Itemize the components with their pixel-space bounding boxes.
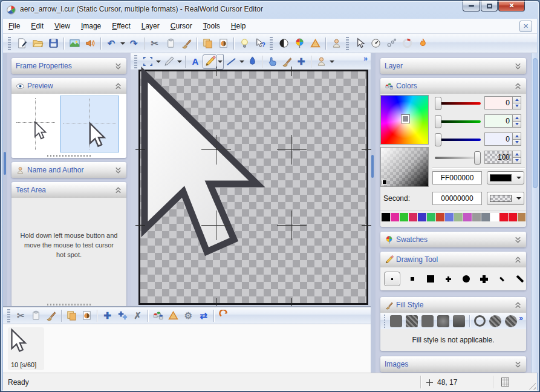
color-wheel-button[interactable] [291, 36, 307, 51]
brush-tip-circ[interactable] [460, 273, 472, 285]
brush-tip-plus-l[interactable] [478, 273, 490, 285]
menu-effect[interactable]: Effect [106, 22, 135, 30]
pencil-dropdown-button[interactable] [217, 54, 224, 70]
color-marker[interactable] [402, 115, 409, 123]
pencil-tool-button[interactable] [203, 54, 217, 69]
picker-pen-dropdown-button[interactable] [176, 54, 183, 70]
layer-header[interactable]: Layer [380, 58, 526, 74]
hotspot-tool-button[interactable]: ✚ [294, 54, 308, 69]
preview-header[interactable]: Preview [11, 78, 126, 94]
red-up-button[interactable] [512, 96, 521, 103]
chevron-up-icon[interactable] [514, 82, 522, 90]
luminance-marker[interactable] [382, 180, 387, 185]
close-button[interactable]: ✕ [498, 1, 525, 11]
resize-grip[interactable] [47, 304, 91, 305]
menu-help[interactable]: Help [226, 22, 252, 30]
flame-effect-button[interactable] [415, 36, 431, 51]
chevron-up-icon[interactable] [114, 82, 122, 90]
document-close-button[interactable]: ✕ [519, 21, 532, 32]
right-splitter[interactable] [371, 53, 376, 373]
menu-image[interactable]: Image [76, 22, 106, 30]
red-slider[interactable] [435, 96, 481, 111]
alpha-down-button[interactable] [512, 158, 521, 165]
chevron-up-icon[interactable] [114, 186, 122, 194]
smudge-tool-button[interactable] [265, 54, 279, 69]
images-header[interactable]: Images [380, 356, 526, 372]
paste-button[interactable] [163, 36, 178, 51]
primary-color-hex-input[interactable] [432, 171, 482, 185]
picker-pen-tool-button[interactable] [161, 54, 176, 69]
brush-tip-sq-s[interactable] [406, 273, 418, 285]
red-value-input[interactable] [484, 96, 512, 109]
select-rect-tool-button[interactable] [140, 54, 155, 69]
color-swatch[interactable] [427, 213, 435, 221]
fill-style-circ-hatch-button[interactable] [505, 315, 517, 327]
color-swatch[interactable] [454, 213, 463, 221]
alpha-up-button[interactable] [512, 151, 521, 158]
color-swatch[interactable] [490, 213, 499, 221]
brush-tool-button[interactable] [279, 54, 294, 69]
grid-view-icon[interactable] [500, 376, 510, 388]
color-swatch[interactable] [445, 213, 454, 221]
brush-frame-button[interactable] [44, 308, 59, 323]
color-swatch[interactable] [472, 213, 481, 221]
undo-dropdown-button[interactable] [119, 36, 126, 51]
green-value-input[interactable] [484, 114, 512, 128]
text-tool-button[interactable]: A [188, 54, 203, 69]
select-rect-dropdown-button[interactable] [155, 54, 161, 70]
chevron-down-icon[interactable] [514, 361, 522, 368]
person-tool-button[interactable] [314, 54, 328, 69]
brush-tip-sq-l[interactable] [425, 273, 437, 285]
frame-properties-header[interactable]: Frame Properties [11, 58, 126, 74]
color-swatch[interactable] [436, 213, 444, 221]
color-swatch[interactable] [509, 213, 517, 221]
menu-layer[interactable]: Layer [136, 22, 165, 30]
chevron-down-icon[interactable] [114, 62, 122, 70]
menu-file[interactable]: File [3, 22, 25, 30]
blue-down-button[interactable] [512, 140, 521, 146]
fill-style-sq-solid-button[interactable] [390, 315, 402, 327]
adjust-frame-button[interactable] [79, 308, 94, 323]
adjust-image-button[interactable] [215, 36, 231, 51]
hue-saturation-field[interactable] [380, 95, 429, 145]
maximize-button[interactable] [481, 1, 498, 11]
toolbar-overflow-button[interactable]: » [519, 314, 526, 328]
scrollbar-thumb[interactable] [533, 58, 538, 188]
blue-value-input[interactable] [484, 132, 512, 146]
contrast-button[interactable] [276, 36, 291, 51]
line-dropdown-button[interactable] [238, 54, 245, 70]
red-thumb[interactable] [435, 97, 441, 110]
add-frame-button[interactable]: ✚ [100, 308, 115, 323]
second-color-hex-input[interactable] [432, 192, 482, 205]
splitter-grip[interactable] [371, 155, 374, 178]
menu-edit[interactable]: Edit [25, 22, 49, 30]
reorder-frames-button[interactable]: ⇄ [196, 308, 211, 323]
paste-frame-button[interactable] [28, 308, 44, 323]
frame-gamma-button[interactable] [166, 308, 181, 323]
fill-style-circ-hatch-button[interactable] [489, 315, 501, 327]
chevron-up-icon[interactable] [514, 301, 522, 309]
frame-thumbnail[interactable]: 10 [s/60] [8, 327, 44, 370]
right-panel-scrollbar[interactable] [531, 53, 538, 373]
color-swatch[interactable] [481, 213, 490, 221]
blue-slider[interactable] [435, 132, 481, 147]
toolbar-overflow-button[interactable]: » [363, 54, 371, 69]
format-brush-button[interactable] [178, 36, 194, 51]
delete-frame-button[interactable]: ✗ [130, 308, 145, 323]
green-slider[interactable] [435, 114, 481, 129]
green-up-button[interactable] [512, 114, 521, 122]
alpha-value-input[interactable] [484, 151, 512, 164]
blue-thumb[interactable] [435, 133, 441, 146]
preview-thumbnail-large[interactable] [60, 96, 119, 152]
resize-grip[interactable] [47, 155, 91, 157]
window-resize-grip[interactable] [528, 382, 536, 390]
frame-settings-button[interactable]: ⚙ [181, 308, 196, 323]
red-down-button[interactable] [512, 103, 521, 110]
menu-cursor[interactable]: Cursor [165, 22, 198, 30]
second-color-dropdown[interactable] [487, 192, 524, 205]
brush-tip-dot[interactable] [384, 272, 400, 286]
menu-view[interactable]: View [49, 22, 76, 30]
test-area-body[interactable]: Hold down left mouse button and move the… [11, 198, 126, 307]
duplicate-frame-button[interactable] [64, 308, 79, 323]
test-cursor-button[interactable] [236, 36, 252, 51]
